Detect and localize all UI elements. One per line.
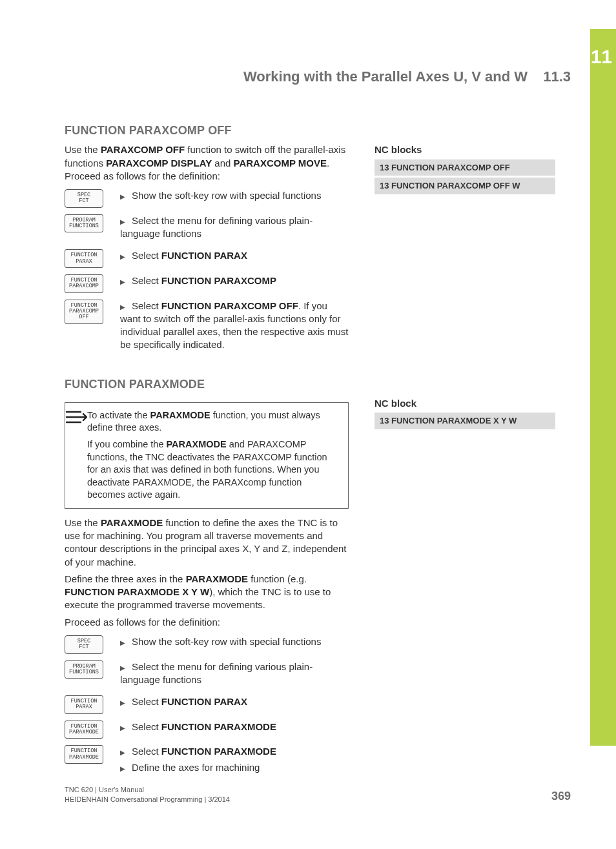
nc-line: 13 FUNCTION PARAXCOMP OFF — [375, 159, 555, 176]
sec2-body3: Proceed as follows for the definition: — [65, 616, 349, 629]
sec2-body1: Use the PARAXMODE function to define the… — [65, 517, 349, 569]
step-row: SPECFCTShow the soft-key row with specia… — [65, 635, 349, 654]
running-head-title: Working with the Parallel Axes U, V and … — [243, 68, 528, 85]
nc-line: 13 FUNCTION PARAXMODE X Y W — [375, 413, 555, 429]
hard-key: SPECFCT — [65, 189, 103, 208]
step-row: FUNCTIONPARAXSelect FUNCTION PARAX — [65, 695, 349, 714]
step-bullet: Select FUNCTION PARAXMODE — [120, 745, 276, 758]
step-bullet: Select FUNCTION PARAXCOMP — [120, 274, 276, 287]
chapter-tab — [590, 29, 616, 746]
step-row: FUNCTIONPARAXSelect FUNCTION PARAX — [65, 249, 349, 268]
soft-key: FUNCTIONPARAXCOMPOFF — [65, 300, 103, 324]
step-bullets: Select FUNCTION PARAX — [120, 695, 247, 711]
nc-block-heading: NC block — [375, 397, 555, 410]
footer: TNC 620 | User's Manual HEIDENHAIN Conve… — [65, 785, 230, 804]
step-row: FUNCTIONPARAXCOMPOFFSelect FUNCTION PARA… — [65, 300, 349, 354]
nc-block-list: 13 FUNCTION PARAXMODE X Y W — [375, 413, 555, 429]
nc-line: 13 FUNCTION PARAXCOMP OFF W — [375, 178, 555, 194]
step-bullets: Select FUNCTION PARAXCOMP — [120, 274, 276, 290]
step-bullets: Select the menu for defining various pla… — [120, 214, 349, 243]
soft-key: FUNCTIONPARAXMODE — [65, 745, 103, 764]
step-row: FUNCTIONPARAXMODESelect FUNCTION PARAXMO… — [65, 721, 349, 739]
step-bullets: Select FUNCTION PARAXMODEDefine the axes… — [120, 745, 276, 777]
page-number: 369 — [551, 788, 571, 804]
footer-line2: HEIDENHAIN Conversational Programming | … — [65, 795, 230, 804]
step-bullet: Select FUNCTION PARAXCOMP OFF. If you wa… — [120, 300, 349, 352]
soft-key: PROGRAMFUNCTIONS — [65, 660, 103, 679]
chapter-number: 11 — [591, 44, 612, 70]
footer-line1: TNC 620 | User's Manual — [65, 785, 230, 794]
step-bullets: Select FUNCTION PARAXMODE — [120, 721, 276, 736]
soft-key: FUNCTIONPARAX — [65, 249, 103, 268]
soft-key: FUNCTIONPARAX — [65, 695, 103, 714]
step-bullet: Select FUNCTION PARAX — [120, 249, 247, 262]
step-row: FUNCTIONPARAXCOMPSelect FUNCTION PARAXCO… — [65, 274, 349, 293]
sec2-steps: SPECFCTShow the soft-key row with specia… — [65, 635, 349, 777]
nc-blocks-heading: NC blocks — [375, 143, 555, 156]
page-content: FUNCTION PARAXCOMP OFF Use the PARAXCOMP… — [65, 123, 568, 777]
soft-key: FUNCTIONPARAXMODE — [65, 721, 103, 739]
step-bullet: Select the menu for defining various pla… — [120, 660, 349, 687]
note-para2: If you combine the PARAXMODE and PARAXCO… — [87, 438, 339, 502]
step-bullet: Select the menu for defining various pla… — [120, 214, 349, 241]
step-bullets: Select FUNCTION PARAXCOMP OFF. If you wa… — [120, 300, 349, 354]
running-head-section: 11.3 — [543, 68, 571, 85]
step-bullet: Select FUNCTION PARAXMODE — [120, 721, 276, 733]
nc-blocks-list: 13 FUNCTION PARAXCOMP OFF13 FUNCTION PAR… — [375, 159, 555, 194]
step-bullet: Define the axes for machining — [120, 761, 276, 774]
note-icon — [65, 403, 87, 508]
sec1-steps: SPECFCTShow the soft-key row with specia… — [65, 189, 349, 354]
step-row: PROGRAMFUNCTIONSSelect the menu for defi… — [65, 660, 349, 690]
soft-key: PROGRAMFUNCTIONS — [65, 214, 103, 233]
step-bullets: Select FUNCTION PARAX — [120, 249, 247, 265]
step-row: PROGRAMFUNCTIONSSelect the menu for defi… — [65, 214, 349, 243]
note-para1: To activate the PARAXMODE function, you … — [87, 409, 339, 435]
sec1-intro: Use the PARAXCOMP OFF function to switch… — [65, 143, 349, 183]
step-bullets: Show the soft-key row with special funct… — [120, 635, 321, 651]
step-bullets: Select the menu for defining various pla… — [120, 660, 349, 690]
step-bullet: Show the soft-key row with special funct… — [120, 635, 321, 648]
section-heading-paraxmode: FUNCTION PARAXMODE — [65, 376, 568, 392]
section-heading-paraxcomp-off: FUNCTION PARAXCOMP OFF — [65, 123, 568, 138]
step-bullet: Show the soft-key row with special funct… — [120, 189, 321, 202]
step-row: SPECFCTShow the soft-key row with specia… — [65, 189, 349, 208]
sec2-body2: Define the three axes in the PARAXMODE f… — [65, 573, 349, 612]
hard-key: SPECFCT — [65, 635, 103, 654]
soft-key: FUNCTIONPARAXCOMP — [65, 274, 103, 293]
note-box: To activate the PARAXMODE function, you … — [65, 402, 349, 509]
step-row: FUNCTIONPARAXMODESelect FUNCTION PARAXMO… — [65, 745, 349, 777]
running-head: Working with the Parallel Axes U, V and … — [243, 67, 571, 87]
step-bullets: Show the soft-key row with special funct… — [120, 189, 321, 205]
step-bullet: Select FUNCTION PARAX — [120, 695, 247, 708]
